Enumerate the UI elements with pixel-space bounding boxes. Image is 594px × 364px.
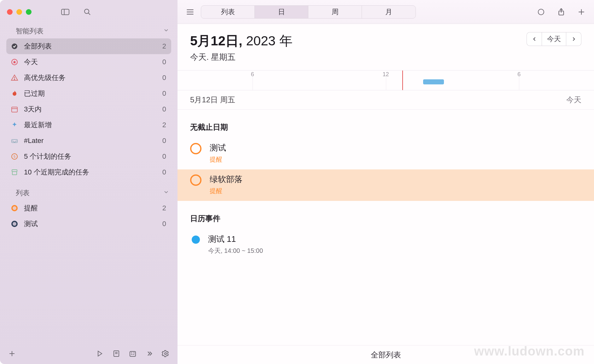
tray-icon	[10, 136, 19, 145]
sidebar-item-label: 测试	[24, 219, 157, 229]
sidebar-item-count: 0	[162, 220, 166, 228]
timeline[interactable]: 6126	[178, 70, 594, 90]
date-main: 5月12日, 2023 年	[190, 32, 293, 50]
sidebar-item-count: 0	[162, 152, 166, 161]
status-circle-icon[interactable]	[537, 8, 545, 16]
svg-rect-0	[61, 9, 69, 14]
settings-gear-icon[interactable]	[162, 350, 169, 357]
search-icon[interactable]	[83, 9, 91, 15]
view-segmented-control: 列表日周月	[201, 5, 416, 19]
sidebar-footer: 12	[0, 343, 178, 364]
task-row[interactable]: 测试 提醒	[178, 138, 594, 169]
add-list-button[interactable]	[8, 350, 16, 357]
sidebar-item-label: #Later	[24, 137, 157, 145]
user-lists: 提醒 2 测试 0	[0, 200, 178, 232]
datebar-left: 5月12日 周五	[190, 95, 235, 105]
sidebar-item-count: 2	[162, 204, 166, 212]
event-color-dot	[192, 236, 200, 244]
check-circle-icon	[10, 42, 19, 51]
svg-point-9	[14, 79, 15, 80]
sidebar-item-check-circle[interactable]: 全部列表 2	[6, 38, 171, 54]
toggle-sidebar-icon[interactable]	[61, 9, 69, 15]
fullscreen-window-button[interactable]	[26, 9, 32, 15]
minimize-window-button[interactable]	[16, 9, 22, 15]
next-day-button[interactable]	[566, 32, 581, 46]
svg-rect-16	[12, 172, 17, 175]
svg-point-2	[84, 9, 89, 14]
task-complete-toggle[interactable]	[190, 174, 201, 186]
svg-point-24	[165, 353, 166, 355]
star-icon	[10, 58, 19, 66]
date-bar: 5月12日 周五 今天	[178, 90, 594, 110]
main-panel: 列表日周月 5月12日, 2023 年 今天. 星期五	[178, 0, 594, 364]
sidebar-item-count: 0	[162, 89, 166, 98]
window-titlebar	[0, 0, 178, 24]
traffic-lights	[7, 9, 32, 15]
sidebar-list-item[interactable]: 测试 0	[6, 216, 171, 232]
sidebar-item-label: 全部列表	[24, 42, 157, 51]
sidebar-item-badge5[interactable]: 5 5 个计划的任务 0	[6, 149, 171, 164]
archive-icon	[10, 168, 19, 177]
sidebar-item-label: 10 个近期完成的任务	[24, 168, 157, 177]
flag-filter-icon[interactable]	[96, 350, 104, 357]
sidebar-item-label: 今天	[24, 57, 157, 67]
timeline-event-block[interactable]	[423, 79, 444, 84]
notes-filter-icon[interactable]	[113, 350, 120, 357]
lists-header[interactable]: 列表	[0, 186, 178, 200]
sidebar-item-count: 0	[162, 168, 166, 176]
add-task-button[interactable]	[577, 8, 586, 16]
svg-text:5: 5	[14, 155, 15, 158]
view-tab[interactable]: 列表	[201, 6, 255, 18]
timeline-now-indicator	[402, 71, 403, 90]
sidebar-item-count: 0	[162, 74, 166, 82]
sidebar-item-star[interactable]: 今天 0	[6, 54, 171, 70]
main-footer: 全部列表	[178, 345, 594, 364]
svg-rect-10	[12, 107, 17, 112]
today-button[interactable]: 今天	[542, 32, 566, 46]
footer-label: 全部列表	[371, 350, 401, 360]
no-deadline-header: 无截止日期	[178, 110, 594, 138]
sidebar-list-item[interactable]: 提醒 2	[6, 200, 171, 216]
sidebar-item-label: 5 个计划的任务	[24, 152, 157, 161]
event-row[interactable]: 测试 11 今天, 14:00 ~ 15:00	[178, 229, 594, 261]
badge5-icon: 5	[10, 152, 19, 161]
date-sub: 今天. 星期五	[190, 52, 293, 63]
share-icon[interactable]	[557, 8, 566, 16]
sidebar-item-label: 已过期	[24, 89, 157, 98]
sidebar-item-label: 最近新增	[24, 120, 157, 130]
sidebar-item-count: 0	[162, 105, 166, 113]
smart-lists-header[interactable]: 智能列表	[0, 24, 178, 38]
task-list-label: 提醒	[210, 155, 226, 164]
sidebar-item-archive[interactable]: 10 个近期完成的任务 0	[6, 164, 171, 180]
sidebar-item-label: 3天内	[24, 105, 157, 114]
sidebar-item-label: 高优先级任务	[24, 73, 157, 82]
sidebar-item-flame[interactable]: 已过期 0	[6, 86, 171, 101]
task-complete-toggle[interactable]	[190, 143, 201, 154]
warning-icon	[10, 73, 19, 82]
more-icon[interactable]	[145, 350, 153, 357]
sparkle-icon	[10, 121, 19, 129]
task-title: 测试	[210, 142, 226, 153]
sidebar-item-warning[interactable]: 高优先级任务 0	[6, 70, 171, 86]
prev-day-button[interactable]	[527, 32, 542, 46]
event-list: 测试 11 今天, 14:00 ~ 15:00	[178, 229, 594, 261]
sidebar-item-count: 0	[162, 58, 166, 66]
close-window-button[interactable]	[7, 9, 13, 15]
view-tab[interactable]: 月	[362, 6, 416, 18]
sidebar-item-count: 2	[162, 42, 166, 50]
view-tab[interactable]: 日	[255, 6, 308, 18]
calendar-events-header: 日历事件	[178, 201, 594, 229]
task-title: 绿软部落	[210, 174, 242, 185]
svg-line-3	[88, 13, 90, 15]
view-tab[interactable]: 周	[308, 6, 362, 18]
task-list: 测试 提醒 绿软部落 提醒	[178, 138, 594, 201]
task-row[interactable]: 绿软部落 提醒	[178, 169, 594, 201]
calendar-day-icon[interactable]: 12	[129, 350, 137, 357]
sidebar-item-sparkle[interactable]: 最近新增 2	[6, 117, 171, 133]
smart-lists-title: 智能列表	[16, 26, 44, 36]
sidebar-item-calendar[interactable]: 3天内 0	[6, 101, 171, 117]
sidebar-item-tray[interactable]: #Later 0	[6, 133, 171, 149]
event-time: 今天, 14:00 ~ 15:00	[208, 247, 263, 255]
menu-icon[interactable]	[186, 8, 195, 16]
list-color-icon	[10, 204, 19, 213]
